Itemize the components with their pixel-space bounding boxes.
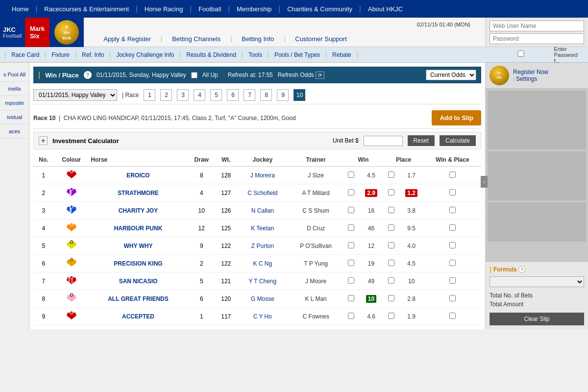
cell-win-place-check[interactable] xyxy=(424,237,481,255)
cell-win-check[interactable] xyxy=(343,167,359,184)
date-select[interactable]: 01/11/2015, Happy Valley xyxy=(33,89,117,101)
sidebar-places[interactable]: aces xyxy=(0,124,29,139)
cell-place-check[interactable] xyxy=(384,220,399,237)
cell-jockey[interactable]: K Teetan xyxy=(237,220,289,237)
race-btn-1[interactable]: 1 xyxy=(144,89,155,101)
register-link[interactable]: Register Now xyxy=(513,69,548,75)
subnav-rebate[interactable]: Rebate xyxy=(326,51,358,58)
unit-bet-input[interactable] xyxy=(364,136,403,146)
subnav-jockey-challenge[interactable]: Jockey Challenge Info xyxy=(110,51,180,58)
cell-horse[interactable]: PRECISION KING xyxy=(89,255,187,272)
sidebar-pool-all[interactable]: s Pool All xyxy=(0,68,29,82)
cell-place-check[interactable] xyxy=(384,237,399,255)
cell-jockey[interactable]: K C Ng xyxy=(237,255,289,272)
cell-win-check[interactable] xyxy=(343,202,359,220)
cell-win-place-check[interactable] xyxy=(424,272,481,290)
nav-horse-racing[interactable]: Horse Racing xyxy=(138,5,190,13)
settings-link[interactable]: Settings xyxy=(516,75,537,82)
cell-horse[interactable]: EROICO xyxy=(89,167,187,184)
reset-button[interactable]: Reset xyxy=(408,135,435,146)
username-input[interactable] xyxy=(490,21,584,31)
customer-support-link[interactable]: Customer Support xyxy=(285,35,357,43)
subnav-results[interactable]: Results & Dividend xyxy=(180,51,242,58)
nav-home[interactable]: Home xyxy=(5,5,36,13)
cell-jockey[interactable]: Z Purton xyxy=(237,237,289,255)
formula-help[interactable]: ? xyxy=(518,266,525,273)
allup-checkbox[interactable] xyxy=(191,72,197,78)
subnav-race-card[interactable]: Race Card xyxy=(5,51,46,58)
add-to-slip-button[interactable]: Add to Slip xyxy=(432,110,481,125)
betting-channels-link[interactable]: Betting Channels xyxy=(162,35,230,43)
cell-place-odds: 2.8 xyxy=(399,290,424,308)
cell-win-check[interactable] xyxy=(343,184,359,202)
nav-about[interactable]: About HKJC xyxy=(361,5,410,13)
cell-win-check[interactable] xyxy=(343,255,359,272)
cell-win-check[interactable] xyxy=(343,308,359,325)
cell-place-check[interactable] xyxy=(384,202,399,220)
cell-place-check[interactable] xyxy=(384,290,399,308)
race-btn-7[interactable]: 7 xyxy=(244,89,255,101)
race-btn-3[interactable]: 3 xyxy=(177,89,189,101)
cell-win-place-check[interactable] xyxy=(424,184,481,202)
nav-charities[interactable]: Charities & Community xyxy=(280,5,359,13)
race-btn-2[interactable]: 2 xyxy=(160,89,172,101)
win-place-help[interactable]: ? xyxy=(84,71,92,79)
subnav-tools[interactable]: Tools xyxy=(243,51,269,58)
race-btn-8[interactable]: 8 xyxy=(260,89,272,101)
subnav-fixture[interactable]: Fixture xyxy=(46,51,76,58)
cell-horse[interactable]: CHARITY JOY xyxy=(89,202,187,220)
nav-membership[interactable]: Membership xyxy=(230,5,279,13)
cell-win-place-check[interactable] xyxy=(424,220,481,237)
cell-horse[interactable]: STRATHMORE xyxy=(89,184,187,202)
table-row: 8 ALL GREAT FRIENDS 6 120 G Mosse K L Ma… xyxy=(33,290,481,308)
cell-place-check[interactable] xyxy=(384,255,399,272)
cell-horse[interactable]: WHY WHY xyxy=(89,237,187,255)
race-btn-4[interactable]: 4 xyxy=(194,89,205,101)
cell-win-check[interactable] xyxy=(343,237,359,255)
cell-jockey[interactable]: C Y Ho xyxy=(237,308,289,325)
cell-win-place-check[interactable] xyxy=(424,255,481,272)
collapse-panel-btn[interactable]: ‹ xyxy=(481,176,488,188)
subnav-ref-info[interactable]: Ref. Info xyxy=(76,51,110,58)
cell-jockey[interactable]: J Moreira xyxy=(237,167,289,184)
clear-slip-button[interactable]: Clear Slip xyxy=(490,313,584,325)
race-btn-10[interactable]: 10 xyxy=(294,89,305,101)
cell-win-check[interactable] xyxy=(343,220,359,237)
calc-expand-icon[interactable]: + xyxy=(39,136,48,145)
apply-register-link[interactable]: Apply & Register xyxy=(94,35,161,43)
cell-win-check[interactable] xyxy=(343,272,359,290)
odds-select[interactable]: Current Odds xyxy=(426,70,476,80)
cell-win-place-check[interactable] xyxy=(424,202,481,220)
cell-win-place-check[interactable] xyxy=(424,290,481,308)
cell-place-check[interactable] xyxy=(384,167,399,184)
race-btn-6[interactable]: 6 xyxy=(227,89,239,101)
refresh-button[interactable]: ⟳ xyxy=(316,72,324,79)
cell-horse[interactable]: ACCEPTED xyxy=(89,308,187,325)
nav-racecourses[interactable]: Racecourses & Entertainment xyxy=(37,5,136,13)
cell-jockey[interactable]: C Schofield xyxy=(237,184,289,202)
calculate-button[interactable]: Calculate xyxy=(440,135,476,146)
cell-jockey[interactable]: N Callan xyxy=(237,202,289,220)
cell-win-check[interactable] xyxy=(343,290,359,308)
cell-horse[interactable]: ALL GREAT FRIENDS xyxy=(89,290,187,308)
cell-place-check[interactable] xyxy=(384,184,399,202)
sidebar-quinella[interactable]: inella xyxy=(0,82,29,96)
betting-info-link[interactable]: Betting Info xyxy=(232,35,284,43)
race-btn-5[interactable]: 5 xyxy=(210,89,222,101)
password-input[interactable] xyxy=(490,33,584,44)
cell-horse[interactable]: SAN NICASIO xyxy=(89,272,187,290)
formula-select[interactable] xyxy=(490,276,584,287)
cell-win-place-check[interactable] xyxy=(424,308,481,325)
cell-place-check[interactable] xyxy=(384,272,399,290)
cell-horse[interactable]: HARBOUR PUNK xyxy=(89,220,187,237)
cell-jockey[interactable]: G Mosse xyxy=(237,290,289,308)
subnav-pools[interactable]: Pools / Bet Types xyxy=(269,51,326,58)
cell-place-check[interactable] xyxy=(384,308,399,325)
remember-checkbox[interactable] xyxy=(490,50,552,57)
cell-win-place-check[interactable] xyxy=(424,167,481,184)
nav-football[interactable]: Football xyxy=(192,5,228,13)
race-btn-9[interactable]: 9 xyxy=(277,89,289,101)
sidebar-individual[interactable]: ividual xyxy=(0,110,29,124)
cell-jockey[interactable]: Y T Cheng xyxy=(237,272,289,290)
sidebar-composite[interactable]: mposite xyxy=(0,96,29,110)
